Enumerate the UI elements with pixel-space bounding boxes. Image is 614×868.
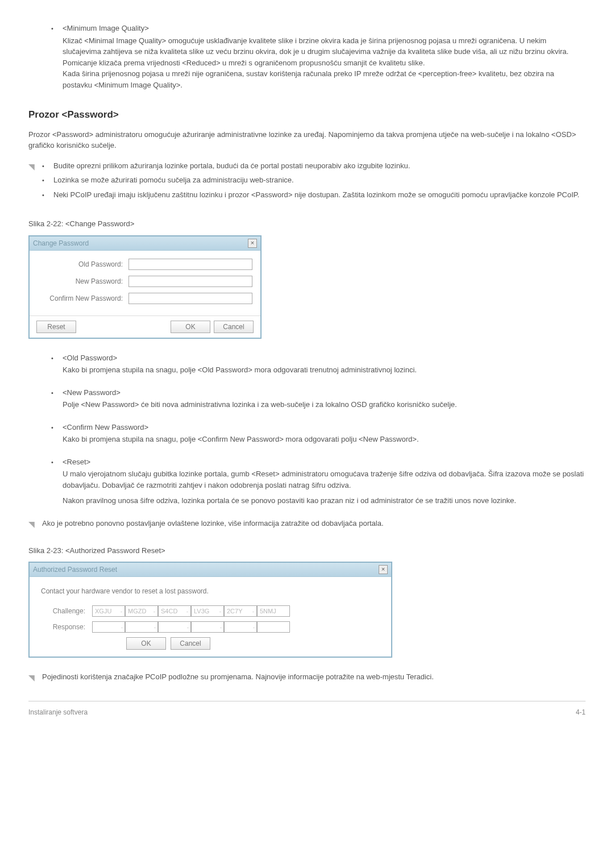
bullet-icon: • (42, 175, 53, 186)
challenge-label: Challenge: (41, 606, 92, 616)
new-password-desc: Polje <New Password> će biti nova admini… (63, 399, 586, 410)
close-icon[interactable]: × (379, 565, 388, 574)
min-image-quality-term: <Minimum Image Quality> (63, 23, 586, 34)
note-icon: ◥ (28, 160, 42, 204)
new-password-input[interactable] (128, 276, 252, 287)
response-input[interactable]: - (158, 621, 191, 633)
note-block-1: ◥ •Budite oprezni prilikom ažuriranja lo… (28, 160, 586, 204)
confirm-password-desc: Kako bi promjena stupila na snagu, polje… (63, 434, 586, 445)
note1-item1: Budite oprezni prilikom ažuriranja lozin… (53, 160, 410, 172)
response-label: Response: (41, 622, 92, 632)
bullet-icon: • (51, 23, 63, 90)
page-footer: Instaliranje softvera 4-1 (28, 701, 586, 717)
bullet-icon: • (51, 422, 63, 445)
dialog2-title: Authorized Password Reset (33, 564, 117, 575)
contact-vendor-text: Contact your hardware vendor to reset a … (41, 586, 380, 596)
bullet-icon: • (42, 160, 53, 172)
reset-button[interactable]: Reset (36, 321, 76, 333)
response-input[interactable]: - (224, 621, 257, 633)
password-intro: Prozor <Password> administratoru omoguću… (28, 129, 586, 151)
response-input[interactable]: - (191, 621, 224, 633)
challenge-box: S4CD- (158, 605, 191, 617)
bullet-icon: • (51, 456, 63, 506)
challenge-box: 5NMJ (257, 605, 290, 617)
old-password-label: Old Password: (38, 259, 128, 269)
min-image-quality-p3: Kada širina prijenosnog pojasa u mreži n… (63, 68, 586, 90)
note1-item2: Lozinka se može ažurirati pomoću sučelja… (53, 175, 294, 186)
bullet-icon: • (42, 189, 53, 201)
old-password-desc: Kako bi promjena stupila na snagu, polje… (63, 364, 586, 376)
figure-2-caption: Slika 2-23: <Authorized Password Reset> (28, 545, 586, 556)
note-3: ◥ Pojedinosti korištenja značajke PCoIP … (28, 671, 586, 684)
old-password-input[interactable] (128, 259, 252, 270)
response-fields: - - - - - (92, 621, 290, 633)
note-icon: ◥ (28, 671, 42, 684)
old-password-term: <Old Password> (63, 352, 586, 364)
note1-item3: Neki PCoIP uređaji imaju isključenu zašt… (53, 189, 579, 201)
note-icon: ◥ (28, 518, 42, 530)
change-password-dialog: Change Password × Old Password: New Pass… (28, 235, 262, 339)
fields-list: • <Old Password> Kako bi promjena stupil… (51, 352, 586, 506)
close-icon[interactable]: × (248, 239, 257, 248)
authorized-password-reset-dialog: Authorized Password Reset × Contact your… (28, 562, 392, 658)
challenge-box: 2C7Y- (224, 605, 257, 617)
new-password-label: New Password: (38, 276, 128, 286)
min-image-quality-p2: Pomicanje klizača prema vrijednosti <Red… (63, 57, 586, 69)
note2-text: Ako je potrebno ponovno postavljanje ovl… (42, 518, 586, 530)
cancel-button[interactable]: Cancel (171, 637, 210, 650)
challenge-fields: XGJU- MGZD- S4CD- LV3G- 2C7Y- 5NMJ (92, 605, 290, 617)
confirm-password-input[interactable] (128, 293, 252, 304)
bullet-icon: • (51, 352, 63, 376)
note-2: ◥ Ako je potrebno ponovno postavljanje o… (28, 518, 586, 530)
note3-text: Pojedinosti korištenja značajke PCoIP po… (42, 671, 586, 684)
reset-term: <Reset> (63, 456, 586, 468)
footer-right: 4-1 (576, 707, 586, 717)
challenge-box: XGJU- (92, 605, 125, 617)
response-input[interactable]: - (92, 621, 125, 633)
top-list: • <Minimum Image Quality> Klizač <Minima… (51, 23, 586, 90)
min-image-quality-p1: Klizač <Minimal Image Quality> omogućuje… (63, 35, 586, 57)
figure-1-caption: Slika 2-22: <Change Password> (28, 218, 586, 230)
challenge-box: MGZD- (125, 605, 158, 617)
ok-button[interactable]: OK (171, 321, 210, 333)
password-heading: Prozor <Password> (28, 107, 586, 122)
confirm-password-term: <Confirm New Password> (63, 422, 586, 433)
ok-button[interactable]: OK (126, 637, 166, 650)
bullet-icon: • (51, 387, 63, 410)
reset-desc2: Nakon pravilnog unosa šifre odziva, lozi… (63, 495, 586, 506)
confirm-password-label: Confirm New Password: (38, 293, 128, 304)
dialog1-title: Change Password (33, 238, 89, 248)
response-input[interactable]: - (125, 621, 158, 633)
challenge-box: LV3G- (191, 605, 224, 617)
cancel-button[interactable]: Cancel (214, 321, 254, 333)
response-input[interactable] (257, 621, 290, 633)
footer-left: Instaliranje softvera (28, 707, 88, 717)
reset-desc: U malo vjerojatnom slučaju gubitka lozin… (63, 468, 586, 491)
new-password-term: <New Password> (63, 387, 586, 398)
